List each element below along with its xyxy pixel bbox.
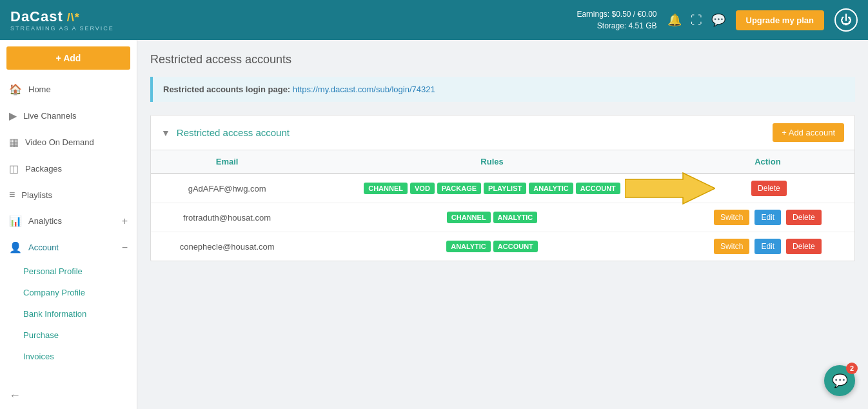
edit-button-row2[interactable]: Edit <box>755 210 781 225</box>
col-header-rules: Rules <box>303 150 681 174</box>
tag-analytic: ANALYTIC <box>493 212 538 223</box>
arrow-svg <box>625 172 715 205</box>
sidebar-sub-item-bank-info[interactable]: Bank Information <box>0 303 137 324</box>
edit-button-row3[interactable]: Edit <box>755 239 781 254</box>
sidebar-item-home[interactable]: 🏠 Home <box>0 76 137 103</box>
account-icon: 👤 <box>9 241 22 254</box>
chat-badge: 2 <box>846 363 858 374</box>
earnings-label: Earnings: $0.50 / €0.00 <box>577 8 656 20</box>
add-button[interactable]: + Add <box>6 46 130 70</box>
sidebar-item-playlists[interactable]: ≡ Playlists <box>0 182 137 208</box>
sidebar-sub-item-invoices[interactable]: Invoices <box>0 346 137 367</box>
tag-account: ACCOUNT <box>493 241 538 252</box>
panel-header: ▼ Restricted access account + Add accoun… <box>151 115 854 150</box>
power-button[interactable]: ⏻ <box>834 8 858 32</box>
action-container: Delete <box>689 181 847 196</box>
col-header-email: Email <box>151 150 303 174</box>
delete-button-row3[interactable]: Delete <box>786 239 822 254</box>
analytics-icon: 📊 <box>9 215 22 227</box>
sidebar-item-live-channels[interactable]: ▶ Live Channels <box>0 103 137 129</box>
main-layout: + Add 🏠 Home ▶ Live Channels ▦ Video On … <box>0 40 868 409</box>
logo: DaCast /\* STREAMING AS A SERVICE <box>10 8 114 32</box>
logo-text: DaCast /\* <box>10 8 114 25</box>
logo-subtitle: STREAMING AS A SERVICE <box>10 25 114 32</box>
panel-header-left: ▼ Restricted access account <box>161 127 290 138</box>
header-right: Earnings: $0.50 / €0.00 Storage: 4.51 GB… <box>577 8 858 32</box>
tags-container: CHANNEL VOD PACKAGE PLAYLIST ANALYTIC AC… <box>311 181 673 195</box>
live-channels-icon: ▶ <box>9 110 17 122</box>
add-account-button[interactable]: + Add account <box>773 123 844 142</box>
playlists-icon: ≡ <box>9 189 15 201</box>
back-button[interactable]: ← <box>0 383 137 409</box>
rules-cell: ANALYTIC ACCOUNT <box>303 232 681 261</box>
chat-widget[interactable]: 💬 2 <box>824 365 855 396</box>
action-cell: Delete <box>681 174 854 203</box>
panel-title: Restricted access account <box>177 127 290 138</box>
home-icon: 🏠 <box>9 83 22 95</box>
sidebar-item-analytics[interactable]: 📊 Analytics + <box>0 208 137 234</box>
email-cell: conephecle@housat.com <box>151 232 303 261</box>
tag-channel: CHANNEL <box>364 183 408 194</box>
sidebar-item-account[interactable]: 👤 Account − <box>0 234 137 261</box>
sidebar-label-packages: Packages <box>25 164 62 174</box>
svg-marker-0 <box>625 173 715 204</box>
delete-button-row1[interactable]: Delete <box>751 181 787 196</box>
upgrade-button[interactable]: Upgrade my plan <box>736 10 824 30</box>
info-link[interactable]: https://my.dacast.com/sub/login/74321 <box>293 85 435 94</box>
tag-analytic: ANALYTIC <box>446 241 491 252</box>
col-header-action: Action <box>681 150 854 174</box>
rules-cell: CHANNEL VOD PACKAGE PLAYLIST ANALYTIC AC… <box>303 174 681 203</box>
chat-widget-icon: 💬 <box>832 373 848 388</box>
tags-container: CHANNEL ANALYTIC <box>311 210 673 224</box>
logo-wave: /\* <box>63 11 80 24</box>
info-label: Restricted accounts login page: <box>163 85 290 94</box>
sidebar-sub-item-company-profile[interactable]: Company Profile <box>0 282 137 303</box>
sidebar-sub-item-personal-profile[interactable]: Personal Profile <box>0 261 137 282</box>
table-row: conephecle@housat.com ANALYTIC ACCOUNT S… <box>151 232 854 261</box>
action-cell: Switch Edit Delete <box>681 232 854 261</box>
accounts-panel: ▼ Restricted access account + Add accoun… <box>150 115 855 261</box>
vod-icon: ▦ <box>9 136 19 148</box>
storage-label: Storage: 4.51 GB <box>577 20 656 32</box>
chevron-icon[interactable]: ▼ <box>161 128 170 138</box>
email-cell: gAdAFAF@hwg.com <box>151 174 303 203</box>
main-content: Restricted access accounts Restricted ac… <box>137 40 868 409</box>
sidebar-sub-item-purchase[interactable]: Purchase <box>0 324 137 346</box>
sidebar: + Add 🏠 Home ▶ Live Channels ▦ Video On … <box>0 40 137 409</box>
sidebar-item-vod[interactable]: ▦ Video On Demand <box>0 129 137 155</box>
header: DaCast /\* STREAMING AS A SERVICE Earnin… <box>0 0 868 40</box>
delete-button-row2[interactable]: Delete <box>786 210 822 225</box>
accounts-table: Email Rules Action gAdAFAF@hwg.com CHANN… <box>151 150 854 261</box>
logo-dacast: DaCast <box>10 8 63 25</box>
account-expand-icon: − <box>122 242 128 254</box>
action-container: Switch Edit Delete <box>689 210 847 225</box>
tag-vod: VOD <box>410 183 435 194</box>
sidebar-label-home: Home <box>28 85 51 94</box>
action-container: Switch Edit Delete <box>689 239 847 254</box>
tag-account: ACCOUNT <box>576 183 620 194</box>
notification-icon[interactable]: 🔔 <box>667 13 682 27</box>
info-box: Restricted accounts login page: https://… <box>150 77 855 102</box>
tag-package: PACKAGE <box>437 183 481 194</box>
sidebar-label-analytics: Analytics <box>28 216 62 226</box>
tag-playlist: PLAYLIST <box>484 183 526 194</box>
analytics-expand-icon: + <box>122 215 128 227</box>
table-row: gAdAFAF@hwg.com CHANNEL VOD PACKAGE PLAY… <box>151 174 854 203</box>
tag-analytic: ANALYTIC <box>529 183 573 194</box>
sidebar-label-live-channels: Live Channels <box>23 111 76 121</box>
chat-icon[interactable]: 💬 <box>711 13 725 27</box>
page-title: Restricted access accounts <box>150 53 855 66</box>
switch-button-row3[interactable]: Switch <box>714 239 749 254</box>
switch-button-row2[interactable]: Switch <box>714 210 749 225</box>
sidebar-label-vod: Video On Demand <box>25 137 94 147</box>
email-cell: frotraduth@housat.com <box>151 203 303 232</box>
sidebar-sub-items: Personal Profile Company Profile Bank In… <box>0 261 137 367</box>
sidebar-label-account: Account <box>28 243 59 252</box>
action-cell: Switch Edit Delete <box>681 203 854 232</box>
fullscreen-icon[interactable]: ⛶ <box>691 14 702 27</box>
table-row: frotraduth@housat.com CHANNEL ANALYTIC S… <box>151 203 854 232</box>
tag-channel: CHANNEL <box>447 212 491 223</box>
rules-cell: CHANNEL ANALYTIC <box>303 203 681 232</box>
earnings-info: Earnings: $0.50 / €0.00 Storage: 4.51 GB <box>577 8 656 32</box>
sidebar-item-packages[interactable]: ◫ Packages <box>0 155 137 182</box>
